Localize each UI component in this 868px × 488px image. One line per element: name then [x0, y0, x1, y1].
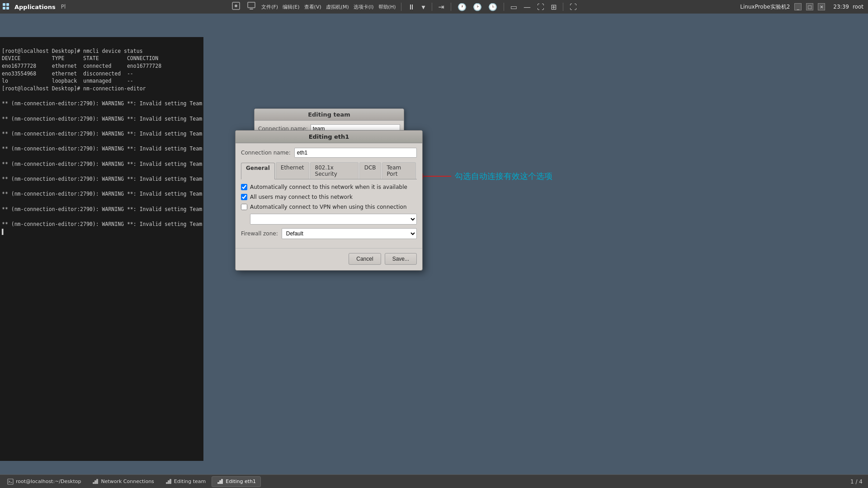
- separator-3: [451, 3, 451, 11]
- annotation-text: 勾选自动连接有效这个选项: [455, 171, 552, 182]
- svg-rect-7: [250, 9, 253, 9]
- firewall-select[interactable]: Default: [282, 228, 417, 239]
- svg-rect-18: [221, 479, 223, 484]
- auto-connect-checkbox[interactable]: [241, 184, 247, 190]
- dialog-eth1-title: Editing eth1: [236, 131, 422, 143]
- taskbar-editing-team-label: Editing team: [174, 479, 206, 484]
- svg-rect-0: [3, 3, 5, 6]
- term-cursor: ▌: [2, 229, 5, 235]
- term-line-9: [2, 108, 5, 114]
- svg-rect-16: [217, 482, 219, 484]
- term-line-6: [root@localhost Desktop]# nm-connection-…: [2, 85, 146, 92]
- term-line-15: [2, 153, 5, 160]
- taskbar-network-connections[interactable]: Network Connections: [87, 476, 159, 487]
- tab-ethernet[interactable]: Ethernet: [276, 162, 309, 179]
- svg-rect-1: [6, 3, 9, 6]
- history-icon-2[interactable]: 🕑: [471, 2, 484, 12]
- vm-menu-vm[interactable]: 虚拟机(M): [325, 4, 350, 10]
- svg-rect-13: [166, 482, 168, 484]
- eth1-cancel-button[interactable]: Cancel: [349, 253, 381, 265]
- view-icon-3[interactable]: ⛶: [535, 2, 546, 12]
- taskbar-terminal[interactable]: root@localhost:~/Desktop: [2, 476, 86, 487]
- eth1-dialog-buttons: Cancel Save...: [236, 248, 422, 270]
- top-bar-right: LinuxProbe实验机2 _ □ ✕ 23:39 root: [740, 3, 868, 11]
- tab-general[interactable]: General: [241, 163, 275, 179]
- firewall-label: Firewall zone:: [241, 230, 278, 237]
- top-menu-placeholder: Pl: [58, 4, 69, 10]
- vm-icon-2[interactable]: [245, 0, 258, 13]
- tab-dcb[interactable]: DCB: [359, 162, 381, 179]
- term-line-4: eno33554968 ethernet disconnected --: [2, 70, 133, 77]
- close-btn[interactable]: ✕: [818, 3, 825, 10]
- vpn-auto-row: Automatically connect to VPN when using …: [241, 204, 417, 210]
- term-line-12: ** (nm-connection-editor:2790): WARNING …: [2, 131, 202, 137]
- term-line-13: [2, 138, 5, 145]
- term-line-19: [2, 183, 5, 190]
- view-icon-1[interactable]: ▭: [509, 2, 519, 12]
- term-line-2: DEVICE TYPE STATE CONNECTION: [2, 55, 158, 61]
- term-line-24: ** (nm-connection-editor:2790): WARNING …: [2, 221, 202, 227]
- eth1-tabs: General Ethernet 802.1x Security DCB Tea…: [241, 162, 417, 179]
- minimize-btn[interactable]: _: [794, 3, 802, 10]
- tab-8021x-security[interactable]: 802.1x Security: [310, 162, 359, 179]
- annotation-container: 勾选自动连接有效这个选项: [420, 171, 552, 182]
- separator-1: [401, 3, 401, 11]
- term-line-11: [2, 123, 5, 129]
- terminal-icon: [7, 478, 14, 485]
- vm-menu-edit[interactable]: 编辑(E): [282, 4, 301, 10]
- svg-rect-14: [168, 480, 170, 484]
- pause-dropdown-icon[interactable]: ▾: [420, 2, 427, 12]
- apps-icon: [2, 3, 10, 11]
- restore-btn[interactable]: □: [806, 3, 813, 10]
- vpn-auto-checkbox[interactable]: [241, 204, 247, 210]
- term-line-5: lo loopback unmanaged --: [2, 78, 133, 84]
- taskbar-editing-eth1-label: Editing eth1: [226, 479, 256, 484]
- pause-icon[interactable]: ⏸: [406, 2, 417, 12]
- svg-rect-10: [93, 482, 94, 484]
- auto-connect-row: Automatically connect to this network wh…: [241, 184, 417, 190]
- all-users-row: All users may connect to this network: [241, 194, 417, 200]
- eth1-conn-name-input[interactable]: [294, 148, 417, 158]
- taskbar-terminal-label: root@localhost:~/Desktop: [16, 479, 81, 484]
- vm-menu-tab[interactable]: 选项卡(I): [353, 4, 375, 10]
- svg-rect-11: [94, 480, 96, 484]
- svg-rect-2: [3, 7, 5, 9]
- term-line-20: ** (nm-connection-editor:2790): WARNING …: [2, 191, 202, 197]
- taskbar-editing-eth1[interactable]: Editing eth1: [212, 476, 261, 487]
- separator-5: [563, 3, 563, 11]
- taskbar-editing-team[interactable]: Editing team: [160, 476, 211, 487]
- vm-icon-1[interactable]: [230, 0, 242, 13]
- history-icon-3[interactable]: 🕒: [486, 2, 499, 12]
- eth1-save-button[interactable]: Save...: [385, 253, 417, 265]
- tab-team-port[interactable]: Team Port: [382, 162, 416, 179]
- term-line-3: eno16777728 ethernet connected eno167777…: [2, 63, 161, 69]
- term-line-16: ** (nm-connection-editor:2790): WARNING …: [2, 161, 202, 167]
- svg-rect-17: [219, 480, 221, 484]
- vm-menu-help[interactable]: 帮助(H): [377, 4, 397, 10]
- vm-menu-file[interactable]: 文件(F): [260, 4, 279, 10]
- term-line-23: [2, 213, 5, 220]
- term-line-1: [root@localhost Desktop]# nmcli device s…: [2, 48, 143, 54]
- terminal-window: [root@localhost Desktop]# nmcli device s…: [0, 37, 203, 461]
- fullscreen-icon[interactable]: ⛶: [568, 2, 579, 12]
- top-bar-center: 文件(F) 编辑(E) 查看(V) 虚拟机(M) 选项卡(I) 帮助(H) ⏸ …: [68, 0, 740, 13]
- svg-rect-12: [96, 479, 98, 484]
- arrow-shaft: [420, 176, 451, 177]
- page-indicator: 1 / 4: [850, 479, 866, 485]
- page-indicator-text: 1 / 4: [850, 479, 863, 485]
- send-icon[interactable]: ⇥: [437, 2, 446, 12]
- all-users-checkbox[interactable]: [241, 194, 247, 200]
- svg-rect-3: [6, 7, 9, 9]
- network-icon-2: [165, 478, 172, 485]
- apps-label[interactable]: Applications: [12, 4, 58, 10]
- view-icon-4[interactable]: ⊞: [549, 2, 558, 12]
- time-display: 23:39: [833, 4, 849, 10]
- vpn-select[interactable]: [250, 214, 417, 225]
- svg-point-5: [235, 5, 237, 7]
- user-display: root: [853, 4, 863, 10]
- firewall-row: Firewall zone: Default: [241, 228, 417, 239]
- view-icon-2[interactable]: —: [522, 2, 533, 12]
- history-icon-1[interactable]: 🕐: [456, 2, 468, 12]
- term-line-17: [2, 168, 5, 174]
- vm-menu-view[interactable]: 查看(V): [303, 4, 322, 10]
